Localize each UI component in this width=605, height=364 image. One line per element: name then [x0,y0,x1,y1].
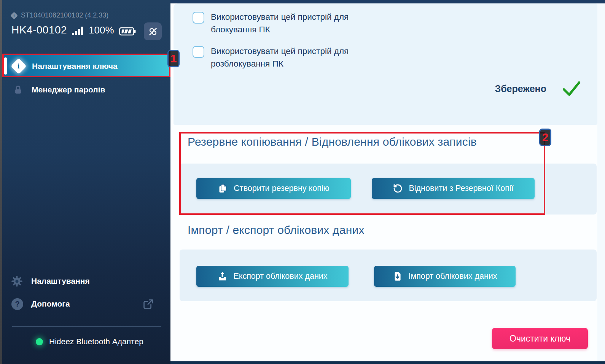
restore-backup-label: Відновити з Резервної Копії [409,184,513,193]
lock-pc-label: Використовувати цей пристрій для блокува… [211,11,367,36]
sidebar-item-settings[interactable]: Налаштування [2,272,170,290]
sidebar: i ST10401082100102 (4.2.33) HK4-00102 10… [2,0,170,364]
device-name: HK4-00102 [11,24,67,36]
import-credentials-button[interactable]: Імпорт облікових даних [374,266,516,287]
export-credentials-button[interactable]: Експорт облікових даних [196,266,349,287]
export-icon [217,271,228,281]
restore-icon [393,183,403,194]
import-icon [392,271,403,281]
unlock-pc-option: Використовувати цей пристрій для розблок… [193,45,367,70]
lock-pc-option: Використовувати цей пристрій для блокува… [193,11,367,36]
wipe-key-button[interactable]: Очистити ключ [492,328,588,349]
sidebar-item-label: Налаштування [31,277,90,286]
saved-status-label: Збережено [495,83,546,94]
app-window: i ST10401082100102 (4.2.33) HK4-00102 10… [0,0,605,364]
sidebar-item-label: Налаштування ключа [32,62,118,71]
device-diamond-icon: i [10,12,18,19]
device-serial: ST10401082100102 (4.2.33) [21,11,108,19]
main-content: Використовувати цей пристрій для блокува… [170,0,605,364]
window-top-edge [170,0,605,3]
import-credentials-label: Імпорт облікових даних [408,272,497,281]
disconnect-button[interactable] [144,22,162,40]
sidebar-item-password-manager[interactable]: Менеджер паролів [2,81,170,99]
active-indicator [4,57,7,75]
battery-icon [119,27,136,36]
unlock-pc-checkbox[interactable] [193,46,204,58]
import-export-card: Експорт облікових даних Імпорт облікових… [180,250,597,301]
unlink-icon [148,27,158,37]
signal-icon [72,27,84,36]
question-icon: ? [11,298,23,310]
import-export-section-title: Імпорт / експорт облікових даних [188,224,365,237]
key-diamond-icon: i [11,58,27,74]
sidebar-item-key-settings[interactable]: i Налаштування ключа [2,55,170,77]
sidebar-item-label: Допомога [31,299,70,308]
export-credentials-label: Експорт облікових даних [233,272,327,281]
create-backup-label: Створити резервну копію [234,184,329,193]
lock-pc-checkbox[interactable] [193,12,204,24]
battery-percent: 100% [89,24,114,36]
unlock-pc-label: Використовувати цей пристрій для розблок… [211,45,367,70]
window-bottom-edge [170,361,605,364]
gear-icon [11,275,23,288]
backup-card: Створити резервну копію Відновити з Резе… [180,164,597,215]
restore-backup-button[interactable]: Відновити з Резервної Копії [372,178,535,199]
external-link-icon[interactable] [142,298,154,310]
lock-icon [13,85,23,95]
adapter-status-row: Hideez Bluetooth Адаптер [36,337,143,346]
scrollbar-track [597,3,605,361]
sidebar-item-label: Менеджер паролів [32,85,105,94]
status-dot [36,338,43,345]
create-backup-button[interactable]: Створити резервну копію [196,178,351,199]
device-serial-row: i ST10401082100102 (4.2.33) [11,11,108,19]
adapter-status-label: Hideez Bluetooth Адаптер [49,337,143,346]
check-icon [562,80,581,97]
device-name-row: HK4-00102 100% [11,24,136,36]
pc-lock-settings-card: Використовувати цей пристрій для блокува… [174,3,597,125]
backup-section-title: Резервне копіювання / Відновлення обліко… [188,135,477,148]
sidebar-divider [12,326,161,327]
copy-icon [218,183,228,194]
